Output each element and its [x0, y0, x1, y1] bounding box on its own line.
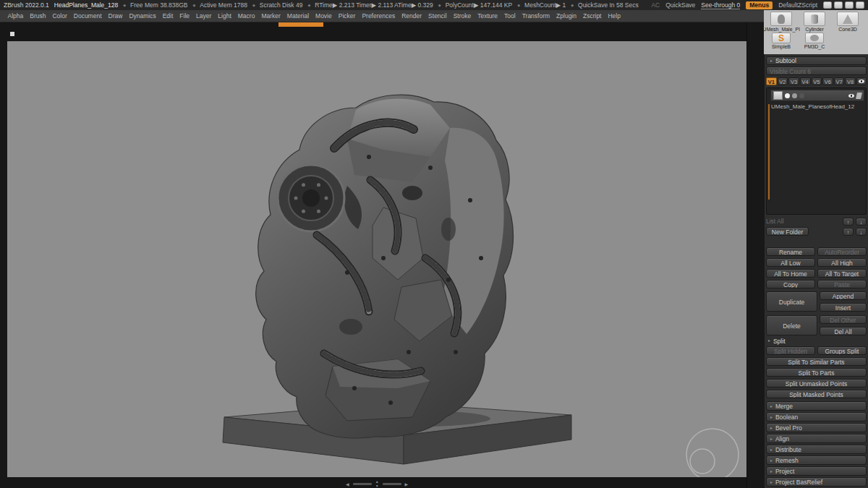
menu-tool[interactable]: Tool [501, 12, 519, 20]
tool-thumb-simpleb[interactable]: S SimpleB [765, 33, 797, 49]
menu-texture[interactable]: Texture [475, 12, 501, 20]
tab-v4[interactable]: V4 [800, 77, 811, 85]
list-scrollbar[interactable] [768, 104, 770, 200]
menu-alpha[interactable]: Alpha [4, 12, 27, 20]
subtool-header[interactable]: ► Subtool [766, 56, 867, 65]
remesh-section[interactable]: ► Remesh [766, 455, 867, 465]
split-section-header[interactable]: ► Split [766, 337, 867, 345]
eraser-icon[interactable] [856, 1, 864, 9]
duplicate-button[interactable]: Duplicate [766, 291, 817, 312]
menu-file[interactable]: File [176, 12, 193, 20]
scroll-right-icon[interactable]: ▶ [405, 482, 409, 487]
scroll-left-icon[interactable]: ◀ [346, 482, 349, 487]
groups-split-button[interactable]: Groups Split [817, 346, 867, 355]
tab-v7[interactable]: V7 [834, 77, 845, 85]
delete-button[interactable]: Delete [766, 315, 817, 335]
menu-movie[interactable]: Movie [312, 12, 336, 20]
move-down-icon[interactable]: ↓ [856, 228, 867, 236]
texture-icon[interactable] [834, 1, 843, 9]
split-masked-button[interactable]: Split Masked Points [766, 390, 867, 398]
scroll-down-icon[interactable]: ▼ [375, 484, 379, 488]
menu-zplugin[interactable]: Zplugin [553, 12, 580, 20]
left-tray-handle[interactable] [10, 32, 14, 36]
menu-stroke[interactable]: Stroke [450, 12, 475, 20]
split-hidden-button[interactable]: Split Hidden [766, 346, 815, 355]
insert-button[interactable]: Insert [820, 303, 867, 312]
menu-stencil[interactable]: Stencil [425, 12, 451, 20]
project-basrelief-section[interactable]: ► Project BasRelief [766, 477, 867, 487]
menu-document[interactable]: Document [70, 12, 105, 20]
align-section[interactable]: ► Align [766, 434, 867, 443]
copy-button[interactable]: Copy [766, 280, 815, 288]
h-scrollbar-2[interactable] [383, 483, 401, 485]
sculpt-brush-icon[interactable] [856, 93, 862, 99]
document-icon[interactable] [823, 1, 832, 9]
sculpt-canvas[interactable] [7, 41, 746, 477]
move-to-top-icon[interactable]: ↑ [843, 218, 854, 226]
tool-thumb-cone[interactable]: Cone3D [832, 12, 864, 32]
split-to-parts-button[interactable]: Split To Parts [766, 368, 867, 377]
visibility-eye-icon[interactable] [848, 94, 854, 98]
tab-v8[interactable]: V8 [845, 77, 856, 85]
subtool-list[interactable]: UMesh_Male_PlanesofHead_12 [766, 87, 867, 215]
menu-light[interactable]: Light [215, 12, 234, 20]
menu-render[interactable]: Render [399, 12, 425, 20]
menu-preferences[interactable]: Preferences [359, 12, 399, 20]
eye-icon[interactable] [856, 77, 867, 85]
menu-color[interactable]: Color [49, 12, 70, 20]
del-other-button[interactable]: Del Other [820, 315, 867, 324]
split-unmasked-button[interactable]: Split Unmasked Points [766, 379, 867, 388]
menu-zscript[interactable]: Zscript [579, 12, 605, 20]
move-up-icon[interactable]: ↑ [843, 228, 854, 236]
rename-button[interactable]: Rename [766, 247, 815, 256]
all-low-button[interactable]: All Low [766, 258, 815, 267]
subtool-item[interactable] [770, 90, 864, 101]
tab-v1[interactable]: V1 [766, 77, 777, 85]
menu-macro[interactable]: Macro [234, 12, 258, 20]
menu-dynamics[interactable]: Dynamics [126, 12, 159, 20]
menu-material[interactable]: Material [284, 12, 312, 20]
tab-v3[interactable]: V3 [788, 77, 799, 85]
menu-help[interactable]: Help [605, 12, 624, 20]
split-similar-button[interactable]: Split To Similar Parts [766, 357, 867, 366]
list-all-button[interactable]: List All [766, 218, 784, 225]
tab-v6[interactable]: V6 [822, 77, 833, 85]
all-to-home-button[interactable]: All To Home [766, 269, 815, 278]
polypaint-swatch-icon[interactable] [785, 93, 790, 98]
project-section[interactable]: ► Project [766, 466, 867, 476]
move-to-bottom-icon[interactable]: ↓ [856, 218, 867, 226]
del-all-button[interactable]: Del All [820, 327, 867, 335]
pen-icon[interactable] [845, 1, 854, 9]
viewport-3d[interactable] [7, 41, 746, 477]
distribute-section[interactable]: ► Distribute [766, 445, 867, 454]
quicksave-button[interactable]: QuickSave [665, 1, 695, 9]
autoreorder-button[interactable]: AutoReorder [817, 247, 867, 256]
tool-thumb-umesh[interactable]: UMesh_Male_Pl [765, 12, 797, 32]
material-swatch-icon[interactable] [792, 93, 797, 98]
tab-v2[interactable]: V2 [778, 77, 788, 85]
menu-layer[interactable]: Layer [193, 12, 215, 20]
menus-button[interactable]: Menus [746, 1, 773, 9]
menu-draw[interactable]: Draw [105, 12, 126, 20]
tab-v5[interactable]: V5 [812, 77, 822, 85]
canvas-scroll-controls[interactable]: ◀ ▲ ▼ ▶ [346, 480, 408, 488]
nav-gizmo[interactable] [686, 429, 739, 477]
all-to-target-button[interactable]: All To Target [817, 269, 867, 278]
menu-picker[interactable]: Picker [335, 12, 359, 20]
new-folder-button[interactable]: New Folder [766, 227, 809, 236]
default-zscript-button[interactable]: DefaultZScript [778, 1, 817, 9]
append-button[interactable]: Append [820, 291, 867, 300]
all-high-button[interactable]: All High [817, 258, 867, 267]
merge-section[interactable]: ► Merge [766, 401, 867, 411]
menu-edit[interactable]: Edit [159, 12, 176, 20]
boolean-section[interactable]: ► Boolean [766, 412, 867, 421]
tool-thumb-pm3d[interactable]: PM3D_C [799, 33, 830, 49]
menu-brush[interactable]: Brush [27, 12, 49, 20]
right-tray-divider[interactable] [746, 22, 765, 488]
paste-button[interactable]: Paste [817, 280, 867, 288]
bevel-pro-section[interactable]: ► Bevel Pro [766, 423, 867, 432]
texture-swatch-icon[interactable] [799, 93, 804, 98]
menu-marker[interactable]: Marker [258, 12, 284, 20]
h-scrollbar[interactable] [353, 483, 372, 485]
see-through-slider[interactable]: See-through 0 [701, 1, 740, 9]
